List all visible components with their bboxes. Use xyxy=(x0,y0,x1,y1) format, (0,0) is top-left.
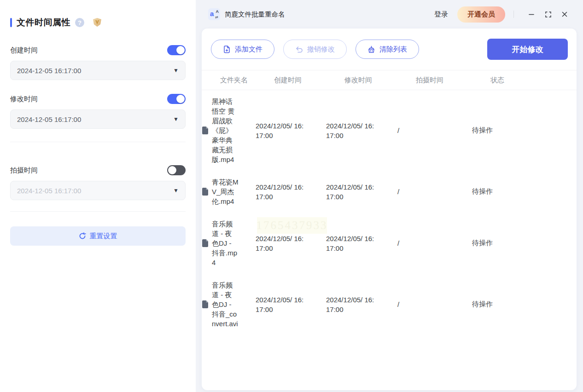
modified-time: 2024/12/05/ 16:17:00 xyxy=(326,182,375,202)
modification-time-picker[interactable]: 2024-12-05 16:17:00 ▼ xyxy=(10,110,186,129)
toggle-knob xyxy=(176,46,185,54)
shooting-time-value: 2024-12-05 16:17:00 xyxy=(17,187,173,195)
col-created-time: 创建时间 xyxy=(274,76,344,85)
broom-icon xyxy=(367,46,375,53)
table-row[interactable]: 黑神话 悟空 黄眉战歌《屁》豪华典藏无损版.mp4 2024/12/05/ 16… xyxy=(202,90,577,171)
col-status: 状态 xyxy=(490,76,577,85)
logo-letter: a xyxy=(210,10,214,17)
shot-time: / xyxy=(397,300,472,308)
add-file-icon xyxy=(223,46,231,53)
undo-changes-label: 撤销修改 xyxy=(307,45,335,54)
settings-panel: 文件时间属性 ? 创建时间 2024-12-05 16:17:00 ▼ 修改时间… xyxy=(0,0,196,392)
maximize-icon xyxy=(545,12,551,17)
modification-time-row: 修改时间 xyxy=(10,94,186,104)
modified-time: 2024/12/05/ 16:17:00 xyxy=(326,121,375,140)
panel-header: 文件时间属性 ? xyxy=(10,17,186,29)
status-badge: 待操作 xyxy=(472,300,577,309)
shot-time: / xyxy=(397,188,472,196)
file-icon xyxy=(202,188,209,196)
col-modified-time: 修改时间 xyxy=(344,76,416,85)
close-button[interactable] xyxy=(558,8,571,21)
window-title: 简鹿文件批量重命名 xyxy=(225,10,285,19)
app-logo-icon: a A ⇄ xyxy=(208,8,220,20)
file-icon xyxy=(202,127,209,134)
vip-feature-icon xyxy=(92,17,103,28)
status-badge: 待操作 xyxy=(472,187,577,196)
file-name-cell: 音乐频道 - 夜色DJ - 抖音_convert.avi xyxy=(202,280,256,329)
file-name: 黑神话 悟空 黄眉战歌《屁》豪华典藏无损版.mp4 xyxy=(212,97,239,164)
toggle-knob xyxy=(176,95,185,103)
shooting-time-toggle[interactable] xyxy=(167,165,186,175)
file-name: 青花瓷MV_周杰伦.mp4 xyxy=(212,177,239,206)
modification-time-toggle[interactable] xyxy=(167,94,186,104)
section-divider xyxy=(10,142,186,142)
table-row[interactable]: 青花瓷MV_周杰伦.mp4 2024/12/05/ 16:17:00 2024/… xyxy=(202,171,577,213)
logo-letter-small: A xyxy=(216,9,219,14)
reset-settings-label: 重置设置 xyxy=(90,232,117,241)
col-shot-time: 拍摄时间 xyxy=(416,76,490,85)
undo-changes-button[interactable]: 撤销修改 xyxy=(283,40,347,59)
accent-bar xyxy=(10,18,12,27)
modified-time: 2024/12/05/ 16:17:00 xyxy=(326,295,375,314)
main-region: a A ⇄ 简鹿文件批量重命名 登录 开通会员 xyxy=(196,0,583,392)
chevron-down-icon: ▼ xyxy=(173,67,179,74)
undo-icon xyxy=(295,46,303,53)
created-time: 2024/12/05/ 16:17:00 xyxy=(256,295,304,314)
file-list-card: 添加文件 撤销修改 清除列表 xyxy=(202,29,577,390)
creation-time-label: 创建时间 xyxy=(10,46,38,55)
close-icon xyxy=(561,11,568,17)
modification-time-value: 2024-12-05 16:17:00 xyxy=(17,115,173,123)
add-files-button[interactable]: 添加文件 xyxy=(211,40,274,59)
table-row[interactable]: 音乐频道 - 夜色DJ - 抖音_convert.avi 2024/12/05/… xyxy=(202,274,577,335)
created-time: 2024/12/05/ 16:17:00 xyxy=(256,182,304,202)
clear-list-label: 清除列表 xyxy=(379,45,407,54)
shooting-time-label: 拍摄时间 xyxy=(10,166,38,175)
clear-list-button[interactable]: 清除列表 xyxy=(356,40,419,59)
file-name-cell: 青花瓷MV_周杰伦.mp4 xyxy=(202,177,256,206)
modification-time-label: 修改时间 xyxy=(10,95,38,104)
creation-time-picker[interactable]: 2024-12-05 16:17:00 ▼ xyxy=(10,61,186,80)
refresh-icon xyxy=(79,232,86,240)
toggle-knob xyxy=(168,166,176,174)
section-divider xyxy=(10,211,186,212)
table-header: 文件夹名 创建时间 修改时间 拍摄时间 状态 xyxy=(202,70,577,90)
file-icon xyxy=(202,239,209,247)
logo-arrow: ⇄ xyxy=(215,15,218,19)
file-name-cell: 黑神话 悟空 黄眉战歌《屁》豪华典藏无损版.mp4 xyxy=(202,97,256,164)
created-time: 2024/12/05/ 16:17:00 xyxy=(256,234,304,253)
chevron-down-icon: ▼ xyxy=(173,116,179,122)
maximize-button[interactable] xyxy=(542,8,554,21)
minimize-icon xyxy=(528,11,535,17)
reset-settings-button[interactable]: 重置设置 xyxy=(10,226,186,246)
file-name: 音乐频道 - 夜色DJ - 抖音_convert.avi xyxy=(212,280,239,329)
creation-time-row: 创建时间 xyxy=(10,45,186,55)
status-badge: 待操作 xyxy=(472,239,577,248)
file-name-cell: 音乐频道 - 夜色DJ - 抖音.mp4 xyxy=(202,219,256,267)
file-icon xyxy=(202,300,209,308)
toolbar: 添加文件 撤销修改 清除列表 xyxy=(202,29,577,60)
file-table-body: 黑神话 悟空 黄眉战歌《屁》豪华典藏无损版.mp4 2024/12/05/ 16… xyxy=(202,90,577,335)
table-row[interactable]: 音乐频道 - 夜色DJ - 抖音.mp4 2024/12/05/ 16:17:0… xyxy=(202,213,577,274)
creation-time-value: 2024-12-05 16:17:00 xyxy=(17,67,173,75)
shot-time: / xyxy=(397,127,472,134)
shooting-time-picker: 2024-12-05 16:17:00 ▼ xyxy=(10,181,186,200)
help-icon[interactable]: ? xyxy=(75,18,84,27)
col-folder-name: 文件夹名 xyxy=(220,76,274,85)
add-files-label: 添加文件 xyxy=(235,45,262,54)
status-badge: 待操作 xyxy=(472,126,577,135)
shot-time: / xyxy=(397,239,472,247)
login-link[interactable]: 登录 xyxy=(434,10,448,19)
creation-time-toggle[interactable] xyxy=(167,45,186,55)
start-modify-button[interactable]: 开始修改 xyxy=(487,39,568,60)
chevron-down-icon: ▼ xyxy=(173,187,179,194)
open-membership-button[interactable]: 开通会员 xyxy=(457,6,505,23)
file-name: 音乐频道 - 夜色DJ - 抖音.mp4 xyxy=(212,219,239,267)
modified-time: 2024/12/05/ 16:17:00 xyxy=(326,234,375,253)
shooting-time-row: 拍摄时间 xyxy=(10,165,186,175)
minimize-button[interactable] xyxy=(525,8,538,21)
titlebar-divider xyxy=(513,11,514,18)
created-time: 2024/12/05/ 16:17:00 xyxy=(256,121,304,140)
window-titlebar: a A ⇄ 简鹿文件批量重命名 登录 开通会员 xyxy=(196,0,583,29)
panel-title: 文件时间属性 xyxy=(17,17,70,29)
